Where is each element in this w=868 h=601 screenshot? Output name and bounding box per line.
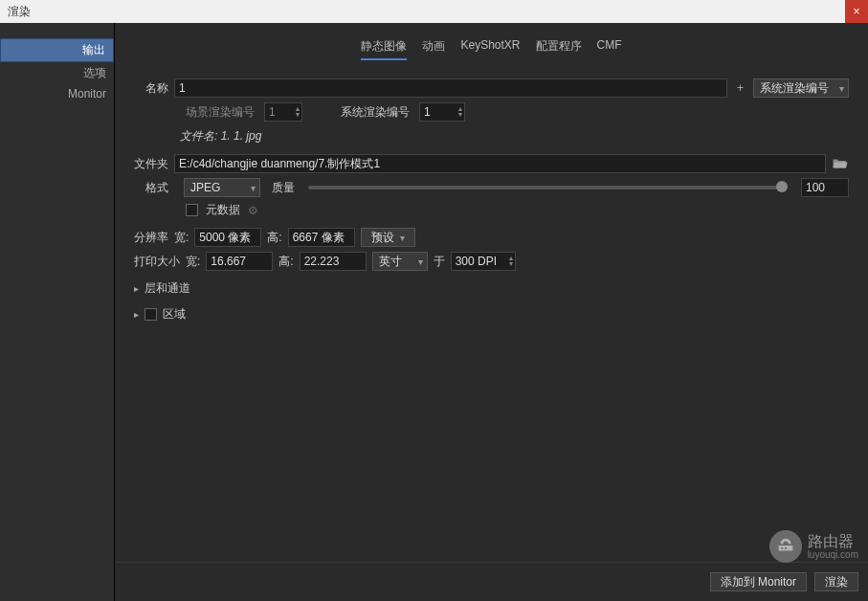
folder-input[interactable] bbox=[174, 154, 826, 173]
tab-cmf[interactable]: CMF bbox=[597, 38, 622, 60]
main: 输出 选项 Monitor 静态图像 动画 KeyShotXR 配置程序 CMF… bbox=[0, 23, 868, 601]
add-to-monitor-button[interactable]: 添加到 Monitor bbox=[710, 572, 807, 591]
format-select[interactable]: JPEG bbox=[184, 178, 260, 197]
tabs: 静态图像 动画 KeyShotXR 配置程序 CMF bbox=[115, 23, 868, 66]
format-label: 格式 bbox=[134, 180, 168, 196]
scene-number-label: 场景渲染编号 bbox=[186, 104, 255, 121]
unit-select[interactable]: 英寸 bbox=[372, 252, 428, 271]
content: 静态图像 动画 KeyShotXR 配置程序 CMF 名称 + 系统渲染编号 场… bbox=[115, 23, 868, 601]
titlebar: 渲染 × bbox=[0, 0, 868, 23]
system-number-select[interactable]: 系统渲染编号 bbox=[753, 78, 849, 98]
print-height-input[interactable] bbox=[300, 252, 367, 271]
tab-configurator[interactable]: 配置程序 bbox=[536, 38, 582, 60]
tab-static-image[interactable]: 静态图像 bbox=[361, 38, 407, 60]
region-checkbox[interactable] bbox=[145, 308, 157, 321]
chevron-right-icon: ▸ bbox=[134, 283, 139, 294]
quality-input[interactable] bbox=[801, 178, 849, 197]
print-width-label: 宽: bbox=[186, 254, 200, 270]
sidebar: 输出 选项 Monitor bbox=[0, 23, 115, 601]
plus-icon: + bbox=[733, 81, 747, 95]
filename-display: 文件名: 1. 1. jpg bbox=[180, 126, 849, 145]
width-label: 宽: bbox=[174, 230, 189, 246]
folder-open-icon[interactable] bbox=[832, 156, 849, 171]
name-input[interactable] bbox=[174, 78, 727, 98]
form: 名称 + 系统渲染编号 场景渲染编号 1 ▴▾ 系统渲染编号 1 ▴▾ bbox=[115, 66, 868, 335]
chevron-right-icon: ▸ bbox=[134, 309, 139, 320]
sidebar-item-monitor[interactable]: Monitor bbox=[0, 84, 114, 103]
sidebar-item-options[interactable]: 选项 bbox=[0, 62, 114, 84]
name-label: 名称 bbox=[134, 80, 168, 97]
spinner-arrows-icon[interactable]: ▴▾ bbox=[296, 106, 300, 118]
preset-button[interactable]: 预设 bbox=[361, 228, 415, 247]
print-label: 打印大小 bbox=[134, 254, 180, 270]
slider-handle[interactable] bbox=[776, 181, 788, 192]
metadata-label: 元数据 bbox=[206, 202, 240, 218]
folder-label: 文件夹 bbox=[134, 156, 168, 172]
print-width-input[interactable] bbox=[206, 252, 273, 271]
quality-label: 质量 bbox=[272, 180, 295, 196]
gear-icon[interactable]: ⚙ bbox=[248, 204, 258, 217]
at-label: 于 bbox=[434, 254, 445, 270]
footer: 添加到 Monitor 渲染 bbox=[115, 562, 868, 601]
dpi-spinner[interactable]: 300 DPI ▴▾ bbox=[451, 252, 516, 271]
height-label: 高: bbox=[267, 230, 281, 246]
spinner-arrows-icon[interactable]: ▴▾ bbox=[509, 256, 513, 267]
close-button[interactable]: × bbox=[845, 0, 868, 23]
tab-keyshotxr[interactable]: KeyShotXR bbox=[460, 38, 520, 60]
scene-number-spinner[interactable]: 1 ▴▾ bbox=[264, 102, 302, 122]
system-render-number-label: 系统渲染编号 bbox=[341, 104, 410, 121]
region-expander[interactable]: ▸ 区域 bbox=[134, 301, 849, 327]
height-input[interactable] bbox=[288, 228, 355, 247]
print-height-label: 高: bbox=[278, 254, 293, 270]
layers-expander[interactable]: ▸ 层和通道 bbox=[134, 276, 849, 301]
spinner-arrows-icon[interactable]: ▴▾ bbox=[458, 106, 462, 118]
width-input[interactable] bbox=[194, 228, 261, 247]
resolution-label: 分辨率 bbox=[134, 230, 168, 246]
sidebar-item-output[interactable]: 输出 bbox=[0, 38, 114, 62]
metadata-checkbox[interactable] bbox=[186, 204, 198, 216]
system-render-number-spinner[interactable]: 1 ▴▾ bbox=[419, 102, 465, 122]
tab-animation[interactable]: 动画 bbox=[422, 38, 445, 60]
quality-slider[interactable] bbox=[308, 186, 788, 189]
window-title: 渲染 bbox=[8, 4, 31, 20]
render-button[interactable]: 渲染 bbox=[814, 572, 858, 591]
